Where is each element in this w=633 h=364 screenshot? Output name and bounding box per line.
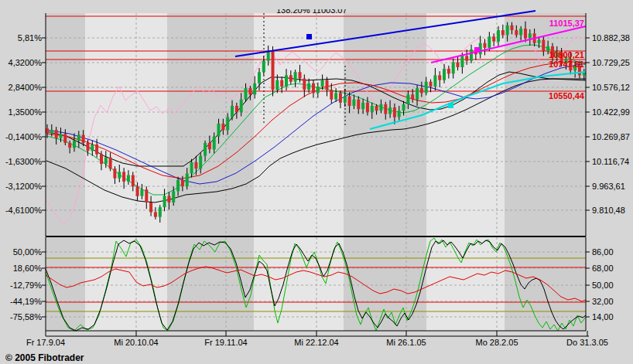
candlestick [190,162,193,174]
candlestick [77,135,80,141]
candlestick [280,80,283,87]
candlestick [303,79,306,90]
candlestick [50,130,53,133]
cyan-trendline-handle[interactable] [448,103,453,108]
candlestick [529,33,532,38]
candlestick [186,174,189,187]
candlestick [63,134,67,143]
candlestick [163,196,166,208]
candlestick [375,106,378,111]
month-band [426,13,505,236]
candlestick [275,80,279,90]
candlestick [334,93,337,99]
month-band [167,13,254,236]
candlestick [519,29,522,35]
candlestick [258,72,261,83]
candlestick [573,66,577,70]
candlestick [231,106,234,117]
candlestick [488,36,491,48]
candlestick [511,26,514,30]
candlestick [321,80,324,87]
candlestick [556,53,559,57]
candlestick [316,87,320,93]
fibotrader-chart-window: 138,20% 11003,07100,00% 10831,9276,40% 1… [0,0,633,364]
candlestick [127,175,130,182]
magenta-trendline-handle[interactable] [474,47,480,53]
candlestick [294,72,297,82]
candlestick [87,143,90,151]
candlestick [122,172,125,182]
candlestick [411,94,414,99]
candlestick [149,202,152,213]
candlestick [379,104,382,111]
candlestick [253,83,256,95]
candlestick [235,106,238,112]
candlestick [416,88,419,100]
candlestick [154,213,157,217]
candlestick [352,100,355,106]
candlestick [91,145,94,151]
candlestick [326,80,329,90]
candlestick [118,172,121,178]
candlestick [194,162,197,168]
candlestick [457,63,460,67]
candlestick [339,93,342,103]
candlestick [109,158,112,169]
candlestick [221,124,224,130]
candlestick [465,56,468,60]
candlestick [68,143,71,148]
candlestick [344,97,347,103]
candlestick [176,180,180,192]
candlestick [240,100,243,113]
candlestick [172,191,175,202]
candlestick [73,141,76,148]
candlestick [542,40,545,52]
candlestick [140,189,143,196]
candlestick [433,75,436,87]
chart-canvas[interactable] [0,0,633,364]
candlestick [515,30,518,35]
candlestick [393,107,396,117]
candlestick [366,103,369,113]
candlestick [199,156,202,169]
candlestick [113,168,116,179]
candlestick [402,104,405,111]
candlestick [267,51,270,61]
candlestick [159,207,162,217]
candlestick [484,43,487,48]
candlestick [443,69,446,80]
candlestick [82,135,85,143]
candlestick [299,72,302,78]
month-band [505,13,586,236]
candlestick [213,137,216,150]
candlestick [425,82,428,94]
candlestick [361,103,364,109]
candlestick [145,189,148,202]
candlestick [371,106,374,112]
candlestick [204,143,207,156]
candlestick [285,75,288,87]
candlestick [452,63,455,74]
month-band [85,13,167,236]
candlestick [438,75,441,80]
candlestick [132,175,135,187]
candlestick [546,46,549,51]
candlestick [551,46,554,58]
candlestick [538,40,541,43]
candlestick [357,100,360,110]
candlestick [492,36,495,41]
candlestick [181,180,184,186]
candlestick [406,94,409,104]
candlestick [289,75,293,81]
candlestick [208,143,211,149]
candlestick [398,111,401,117]
candlestick [578,66,581,76]
candlestick [330,90,333,100]
blue-trendline-handle[interactable] [306,34,312,39]
candlestick [447,69,450,73]
candlestick [312,83,315,94]
candlestick [248,88,251,94]
candlestick [470,49,473,61]
candlestick [46,128,49,133]
candlestick [245,88,248,100]
